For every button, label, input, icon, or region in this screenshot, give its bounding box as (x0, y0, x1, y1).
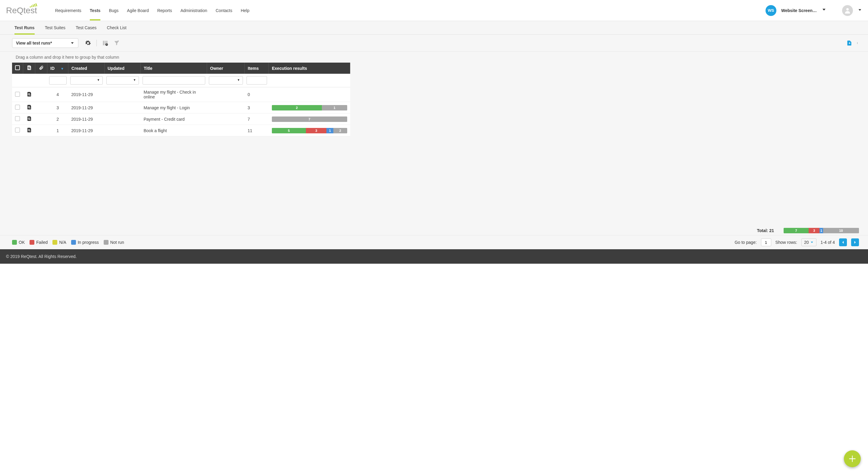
svg-point-7 (857, 42, 858, 42)
col-checkbox[interactable] (12, 63, 23, 74)
table-row[interactable]: 22019-11-29Payment - Credit card77 (12, 113, 350, 125)
filter-id-input[interactable] (49, 76, 67, 85)
user-dropdown-icon[interactable] (858, 7, 862, 13)
show-rows-label: Show rows: (775, 240, 797, 245)
svg-point-5 (846, 8, 849, 10)
exec-seg-fail: 3 (306, 128, 327, 133)
total-seg-fail: 3 (809, 228, 819, 233)
exec-seg-notrun: 1 (322, 105, 347, 110)
pagination: Go to page: Show rows: 20 1-4 of 4 (735, 238, 859, 246)
filter-owner-select[interactable] (209, 76, 243, 85)
legend-color-na (53, 240, 57, 245)
nav-tests[interactable]: Tests (90, 1, 101, 20)
tab-test-runs[interactable]: Test Runs (14, 25, 35, 34)
filter-created-select[interactable] (70, 76, 103, 85)
sub-tabs: Test RunsTest SuitesTest CasesCheck List (0, 21, 868, 35)
empty-area (0, 136, 868, 226)
svg-point-6 (105, 43, 108, 46)
row-checkbox[interactable] (15, 92, 20, 97)
col-attachment[interactable] (35, 63, 47, 74)
preview-icon[interactable] (27, 127, 32, 133)
column-settings-icon[interactable] (102, 40, 108, 46)
rows-select[interactable]: 20 (801, 238, 816, 246)
legend-notrun: Not run (104, 240, 124, 245)
preview-icon[interactable] (27, 92, 32, 97)
main-nav: RequirementsTestsBugsAgile BoardReportsA… (55, 1, 766, 20)
table-row[interactable]: 32019-11-29Manage my flight - Login321 (12, 102, 350, 113)
view-selector[interactable]: View all test runs* (12, 38, 79, 48)
workspace-badge[interactable]: WS (766, 5, 776, 16)
filter-items-input[interactable] (247, 76, 267, 85)
exec-seg-ok: 2 (272, 105, 322, 110)
total-seg-notrun: 10 (823, 228, 859, 233)
prev-page-button[interactable] (839, 238, 847, 246)
legend-prog: In progress (71, 240, 99, 245)
exec-bar[interactable]: 5312 (272, 128, 347, 133)
exec-seg-notrun: 2 (333, 128, 347, 133)
table-container: ID▼ Created Updated Title Owner Items Ex… (0, 63, 868, 136)
separator (96, 40, 97, 46)
filter-title-input[interactable] (143, 76, 205, 85)
exec-bar[interactable]: 7 (272, 116, 347, 122)
col-exec[interactable]: Execution results (269, 63, 350, 74)
exec-bar[interactable]: 21 (272, 105, 347, 110)
col-owner[interactable]: Owner (207, 63, 245, 74)
row-checkbox[interactable] (15, 128, 20, 132)
grouping-hint[interactable]: Drag a column and drop it here to group … (0, 52, 868, 63)
main-header: ReQtest RequirementsTestsBugsAgile Board… (0, 0, 868, 21)
nav-agile-board[interactable]: Agile Board (127, 1, 149, 20)
col-updated[interactable]: Updated (104, 63, 141, 74)
legend-color-prog (71, 240, 76, 245)
nav-reports[interactable]: Reports (157, 1, 172, 20)
preview-icon[interactable] (27, 104, 32, 110)
table-row[interactable]: 12019-11-29Book a flight115312 (12, 125, 350, 136)
user-avatar[interactable] (842, 5, 853, 16)
exec-seg-ok: 5 (272, 128, 306, 133)
export-icon[interactable] (846, 40, 852, 46)
legend-color-notrun (104, 240, 108, 245)
next-page-button[interactable] (851, 238, 859, 246)
logo[interactable]: ReQtest (6, 6, 37, 15)
exec-seg-notrun: 7 (272, 116, 347, 122)
svg-rect-3 (34, 4, 36, 6)
toolbar-right (846, 40, 859, 46)
col-preview[interactable] (23, 63, 35, 74)
select-all-checkbox[interactable] (15, 65, 20, 70)
filter-updated-select[interactable] (106, 76, 139, 85)
nav-requirements[interactable]: Requirements (55, 1, 82, 20)
col-title[interactable]: Title (141, 63, 207, 74)
preview-icon[interactable] (27, 116, 32, 121)
paperclip-icon (39, 65, 44, 70)
page-input[interactable] (761, 238, 771, 246)
chevron-down-icon (810, 240, 814, 244)
page-range: 1-4 of 4 (821, 240, 835, 245)
col-id[interactable]: ID▼ (47, 63, 68, 74)
more-vert-icon[interactable] (857, 40, 859, 46)
svg-point-9 (857, 43, 858, 44)
total-seg-ok: 7 (784, 228, 809, 233)
tab-check-list[interactable]: Check List (107, 25, 126, 34)
nav-bugs[interactable]: Bugs (109, 1, 119, 20)
test-runs-table: ID▼ Created Updated Title Owner Items Ex… (12, 63, 350, 136)
svg-rect-1 (31, 5, 33, 7)
table-row[interactable]: 42019-11-29Manage my flight - Check in o… (12, 87, 350, 102)
filter-clear-icon[interactable] (114, 40, 120, 46)
tab-test-cases[interactable]: Test Cases (76, 25, 96, 34)
nav-contacts[interactable]: Contacts (216, 1, 232, 20)
tab-test-suites[interactable]: Test Suites (45, 25, 65, 34)
row-checkbox[interactable] (15, 116, 20, 121)
chevron-down-icon (70, 41, 74, 45)
svg-rect-2 (32, 4, 34, 7)
footer-bar: OKFailedN/AIn progressNot run Go to page… (0, 235, 868, 249)
row-checkbox[interactable] (15, 105, 20, 109)
nav-administration[interactable]: Administration (181, 1, 207, 20)
filter-row (12, 74, 350, 87)
legend-color-ok (12, 240, 17, 245)
project-name[interactable]: Website Screen… (781, 8, 817, 13)
project-dropdown-icon[interactable] (822, 7, 827, 13)
col-items[interactable]: Items (245, 63, 269, 74)
toolbar-icons (85, 40, 120, 46)
gear-icon[interactable] (85, 40, 91, 46)
col-created[interactable]: Created (68, 63, 104, 74)
nav-help[interactable]: Help (241, 1, 250, 20)
